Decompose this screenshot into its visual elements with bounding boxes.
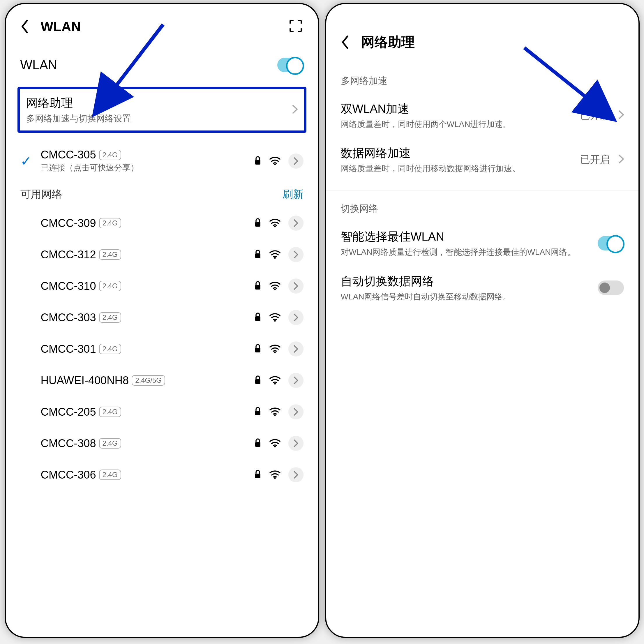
details-chevron-icon[interactable] xyxy=(288,404,304,419)
wifi-icon xyxy=(269,344,281,354)
wifi-icon xyxy=(269,375,281,386)
lock-icon xyxy=(254,156,262,166)
details-chevron-icon[interactable] xyxy=(288,436,304,451)
chevron-right-icon xyxy=(292,105,298,115)
network-assistant-row[interactable]: 网络助理 多网络加速与切换网络设置 xyxy=(17,87,306,133)
connected-status: 已连接（点击可快速分享） xyxy=(41,162,254,173)
wlan-toggle[interactable] xyxy=(277,58,304,72)
wifi-ssid: CMCC-306 xyxy=(41,469,96,481)
band-badge: 2.4G xyxy=(99,438,121,449)
check-icon: ✓ xyxy=(20,153,38,169)
wifi-list: CMCC-309 2.4G CMCC-312 2.4G CMCC-310 2.4… xyxy=(17,207,306,491)
wifi-ssid: CMCC-310 xyxy=(41,280,96,292)
details-chevron-icon[interactable] xyxy=(288,216,304,231)
wifi-row[interactable]: CMCC-312 2.4G xyxy=(17,239,306,270)
lock-icon xyxy=(254,281,262,291)
wifi-row[interactable]: CMCC-205 2.4G xyxy=(17,396,306,428)
header-bar: WLAN xyxy=(17,13,306,40)
wifi-ssid: CMCC-301 xyxy=(41,343,96,355)
wifi-ssid: HUAWEI-400NH8 xyxy=(41,374,129,387)
page-title: WLAN xyxy=(41,19,81,34)
data-accel-value: 已开启 xyxy=(580,153,610,166)
data-accel-subtitle: 网络质量差时，同时使用移动数据网络进行加速。 xyxy=(341,163,574,174)
smart-wlan-row: 智能选择最佳WLAN 对WLAN网络质量进行检测，智能选择并连接最佳的WLAN网… xyxy=(338,221,627,265)
band-badge: 2.4G xyxy=(99,218,121,228)
section-switch-label: 切换网络 xyxy=(338,200,627,221)
chevron-right-icon xyxy=(619,155,624,165)
details-chevron-icon[interactable] xyxy=(288,278,304,294)
header-bar: 网络助理 xyxy=(338,13,627,57)
lock-icon xyxy=(254,312,262,323)
wifi-ssid: CMCC-303 xyxy=(41,311,96,324)
connected-network-row[interactable]: ✓ CMCC-305 2.4G 已连接（点击可快速分享） xyxy=(17,142,306,180)
wifi-row[interactable]: HUAWEI-400NH8 2.4G/5G xyxy=(17,365,306,396)
wifi-row[interactable]: CMCC-308 2.4G xyxy=(17,428,306,459)
band-badge: 2.4G xyxy=(99,344,121,354)
dual-wlan-row[interactable]: 双WLAN加速 网络质量差时，同时使用两个WLAN进行加速。 已开启 xyxy=(338,93,627,137)
lock-icon xyxy=(254,438,262,449)
dual-wlan-value: 已开启 xyxy=(580,109,610,122)
data-accel-row[interactable]: 数据网络加速 网络质量差时，同时使用移动数据网络进行加速。 已开启 xyxy=(338,137,627,182)
lock-icon xyxy=(254,407,262,417)
smart-wlan-subtitle: 对WLAN网络质量进行检测，智能选择并连接最佳的WLAN网络。 xyxy=(341,246,592,258)
scan-qr-icon[interactable] xyxy=(289,19,304,34)
details-chevron-icon[interactable] xyxy=(288,373,304,388)
assistant-subtitle: 多网络加速与切换网络设置 xyxy=(26,113,131,125)
lock-icon xyxy=(254,470,262,480)
auto-switch-title: 自动切换数据网络 xyxy=(341,273,592,289)
band-badge: 2.4G xyxy=(99,150,121,160)
wifi-row[interactable]: CMCC-306 2.4G xyxy=(17,459,306,491)
smart-wlan-toggle[interactable] xyxy=(598,236,624,250)
dual-wlan-title: 双WLAN加速 xyxy=(341,101,574,117)
divider xyxy=(326,190,638,191)
details-chevron-icon[interactable] xyxy=(288,153,304,169)
wifi-ssid: CMCC-309 xyxy=(41,217,96,230)
wifi-ssid: CMCC-312 xyxy=(41,248,96,261)
chevron-right-icon xyxy=(619,110,624,120)
band-badge: 2.4G/5G xyxy=(132,375,165,386)
available-networks-header: 可用网络 刷新 xyxy=(17,180,306,207)
wifi-icon xyxy=(269,407,281,417)
details-chevron-icon[interactable] xyxy=(288,467,304,482)
lock-icon xyxy=(254,218,262,228)
page-title: 网络助理 xyxy=(361,33,415,51)
wifi-icon xyxy=(269,281,281,291)
wlan-toggle-row: WLAN xyxy=(17,40,306,84)
data-accel-title: 数据网络加速 xyxy=(341,145,574,161)
band-badge: 2.4G xyxy=(99,281,121,291)
band-badge: 2.4G xyxy=(99,470,121,480)
wifi-row[interactable]: CMCC-309 2.4G xyxy=(17,207,306,239)
wifi-row[interactable]: CMCC-301 2.4G xyxy=(17,333,306,365)
lock-icon xyxy=(254,249,262,260)
wifi-icon xyxy=(269,470,281,480)
auto-switch-toggle[interactable] xyxy=(598,280,624,295)
details-chevron-icon[interactable] xyxy=(288,341,304,357)
wifi-icon xyxy=(269,218,281,228)
wifi-row[interactable]: CMCC-310 2.4G xyxy=(17,270,306,302)
band-badge: 2.4G xyxy=(99,249,121,260)
wlan-label: WLAN xyxy=(20,58,57,72)
wifi-ssid: CMCC-205 xyxy=(41,406,96,418)
band-badge: 2.4G xyxy=(99,312,121,323)
refresh-button[interactable]: 刷新 xyxy=(283,187,304,202)
details-chevron-icon[interactable] xyxy=(288,247,304,262)
wifi-row[interactable]: CMCC-303 2.4G xyxy=(17,302,306,333)
band-badge: 2.4G xyxy=(99,407,121,417)
connected-ssid: CMCC-305 xyxy=(41,149,96,161)
wifi-icon xyxy=(269,249,281,260)
available-label: 可用网络 xyxy=(20,187,62,202)
lock-icon xyxy=(254,375,262,386)
auto-switch-row: 自动切换数据网络 WLAN网络信号差时自动切换至移动数据网络。 xyxy=(338,266,627,310)
assistant-title: 网络助理 xyxy=(26,95,131,111)
details-chevron-icon[interactable] xyxy=(288,310,304,325)
back-icon[interactable] xyxy=(338,35,352,50)
section-acceleration-label: 多网络加速 xyxy=(338,57,627,93)
smart-wlan-title: 智能选择最佳WLAN xyxy=(341,229,592,245)
dual-wlan-subtitle: 网络质量差时，同时使用两个WLAN进行加速。 xyxy=(341,119,574,130)
lock-icon xyxy=(254,344,262,354)
back-icon[interactable] xyxy=(17,19,32,34)
screen-wlan: WLAN WLAN 网络助理 多网络加速与切换网络设置 ✓ CMCC-305 2… xyxy=(5,3,319,638)
auto-switch-subtitle: WLAN网络信号差时自动切换至移动数据网络。 xyxy=(341,291,592,302)
wifi-icon xyxy=(269,312,281,323)
wifi-icon xyxy=(269,438,281,449)
